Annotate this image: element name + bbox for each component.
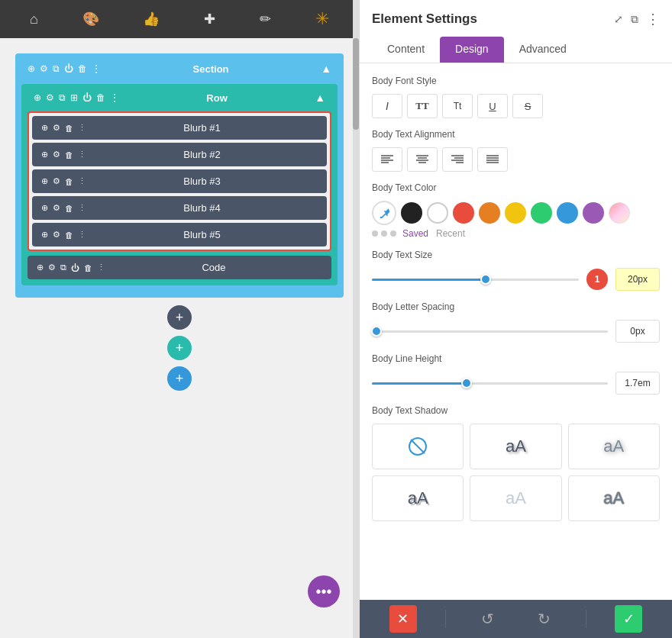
scroll-bar[interactable] (353, 0, 359, 638)
shadow-none-option[interactable] (372, 424, 464, 469)
more-icon[interactable]: ⋮ (646, 11, 660, 27)
move-icon[interactable]: ⊕ (34, 92, 41, 103)
home-icon[interactable]: ⌂ (30, 11, 38, 27)
move-icon[interactable]: ⊕ (41, 123, 48, 133)
blurb-item-2[interactable]: ⊕ ⚙ 🗑 ⋮ Blurb #2 (32, 143, 327, 166)
delete-icon[interactable]: 🗑 (65, 124, 73, 133)
gear-icon[interactable]: ⚙ (46, 92, 54, 103)
move-icon[interactable]: ⊕ (27, 63, 35, 74)
color-gradient[interactable] (609, 202, 630, 224)
columns-icon[interactable]: ⧉ (631, 13, 638, 26)
tab-content[interactable]: Content (372, 37, 440, 63)
gear-icon[interactable]: ⚙ (40, 63, 48, 74)
align-center-button[interactable] (407, 147, 438, 172)
color-yellow[interactable] (505, 202, 526, 224)
more-icon[interactable]: ⋮ (78, 176, 86, 186)
shadow-style-5[interactable]: aA (568, 475, 660, 521)
tt-button[interactable]: TT (407, 94, 438, 118)
col-icon[interactable]: ⧉ (59, 92, 66, 103)
resize-icon[interactable]: ⤢ (614, 13, 623, 25)
slider-thumb-2[interactable] (371, 326, 382, 337)
more-icon[interactable]: ⋮ (78, 203, 86, 213)
color-red[interactable] (453, 202, 474, 224)
more-icon[interactable]: ⋮ (110, 92, 119, 103)
delete-icon[interactable]: 🗑 (65, 177, 73, 186)
color-purple[interactable] (583, 202, 604, 224)
delete-icon[interactable]: 🗑 (96, 92, 105, 103)
italic-button[interactable]: I (372, 94, 402, 118)
gear-icon[interactable]: ⚙ (53, 176, 60, 186)
code-container[interactable]: ⊕ ⚙ ⧉ ⏻ 🗑 ⋮ Code (27, 256, 331, 279)
shadow-style-3[interactable]: aA (372, 475, 464, 521)
line-height-input[interactable] (615, 372, 660, 395)
more-icon[interactable]: ⋮ (92, 63, 101, 74)
scroll-thumb[interactable] (353, 38, 359, 130)
toggle-icon[interactable]: ⏻ (82, 92, 92, 103)
delete-icon[interactable]: 🗑 (65, 230, 73, 240)
blurb-item-3[interactable]: ⊕ ⚙ 🗑 ⋮ Blurb #3 (32, 169, 327, 193)
shadow-style-2[interactable]: aA (568, 424, 660, 469)
feedback-icon[interactable]: 👍 (143, 11, 160, 27)
shadow-style-4[interactable]: aA (470, 475, 561, 521)
align-right-button[interactable] (442, 147, 473, 172)
delete-icon[interactable]: 🗑 (78, 63, 87, 74)
slider-thumb-3[interactable] (461, 378, 472, 388)
toggle-icon[interactable]: ⏻ (64, 63, 73, 74)
move-icon[interactable]: ⊕ (37, 263, 44, 272)
gear-icon[interactable]: ⚙ (48, 263, 56, 272)
copy-icon[interactable]: ⧉ (60, 263, 66, 272)
slider-thumb[interactable] (480, 274, 491, 285)
add-icon[interactable]: ✚ (204, 11, 215, 27)
text-size-slider[interactable] (372, 272, 579, 287)
move-icon[interactable]: ⊕ (41, 230, 48, 240)
shadow-style-1[interactable]: aA (470, 424, 561, 469)
text-size-input[interactable] (615, 268, 660, 291)
more-icon[interactable]: ⋮ (78, 123, 86, 133)
delete-icon[interactable]: 🗑 (84, 263, 92, 272)
gear-icon[interactable]: ⚙ (53, 203, 60, 213)
tt2-button[interactable]: Tt (442, 94, 473, 118)
fab-button[interactable]: ••• (308, 575, 340, 607)
add-row-button[interactable]: + (167, 336, 192, 360)
collapse-icon[interactable]: ▲ (321, 63, 331, 75)
saved-label[interactable]: Saved (402, 228, 428, 239)
move-icon[interactable]: ⊕ (41, 150, 48, 160)
cancel-button[interactable]: ✕ (389, 605, 417, 633)
add-section-button[interactable]: + (167, 366, 192, 391)
recent-label[interactable]: Recent (436, 228, 465, 239)
move-icon[interactable]: ⊕ (41, 176, 48, 186)
add-module-button[interactable]: + (167, 305, 192, 330)
toggle-icon[interactable]: ⏻ (71, 263, 79, 272)
color-blue[interactable] (557, 202, 578, 224)
eyedropper-button[interactable] (372, 201, 396, 225)
color-black[interactable] (401, 202, 422, 224)
color-white[interactable] (427, 202, 448, 224)
letter-spacing-slider[interactable] (372, 324, 608, 339)
blurb-item-1[interactable]: ⊕ ⚙ 🗑 ⋮ Blurb #1 (32, 116, 327, 140)
strikethrough-button[interactable]: S (512, 94, 543, 118)
delete-icon[interactable]: 🗑 (65, 204, 73, 213)
delete-icon[interactable]: 🗑 (65, 150, 73, 160)
align-justify-button[interactable] (477, 147, 508, 172)
undo-button[interactable]: ↺ (474, 605, 502, 633)
color-orange[interactable] (479, 202, 500, 224)
collapse-row-icon[interactable]: ▲ (315, 92, 325, 104)
gear-icon[interactable]: ⚙ (53, 230, 60, 240)
gear-icon[interactable]: ⚙ (53, 150, 60, 160)
gear-icon[interactable]: ⚙ (53, 123, 60, 133)
blurb-item-4[interactable]: ⊕ ⚙ 🗑 ⋮ Blurb #4 (32, 196, 327, 220)
letter-spacing-input[interactable] (615, 320, 660, 343)
divi-icon[interactable]: ✳ (315, 9, 329, 29)
more-icon[interactable]: ⋮ (78, 230, 86, 240)
line-height-slider[interactable] (372, 375, 608, 391)
blurb-item-5[interactable]: ⊕ ⚙ 🗑 ⋮ Blurb #5 (32, 223, 327, 246)
move-icon[interactable]: ⊕ (41, 203, 48, 213)
color-green[interactable] (531, 202, 552, 224)
tab-design[interactable]: Design (440, 37, 504, 63)
pencil-icon[interactable]: ✏ (260, 11, 271, 27)
tab-advanced[interactable]: Advanced (504, 37, 582, 63)
align-left-button[interactable] (372, 147, 402, 172)
save-button[interactable]: ✓ (615, 605, 642, 633)
underline-button[interactable]: U (477, 94, 508, 118)
palette-icon[interactable]: 🎨 (82, 11, 99, 27)
